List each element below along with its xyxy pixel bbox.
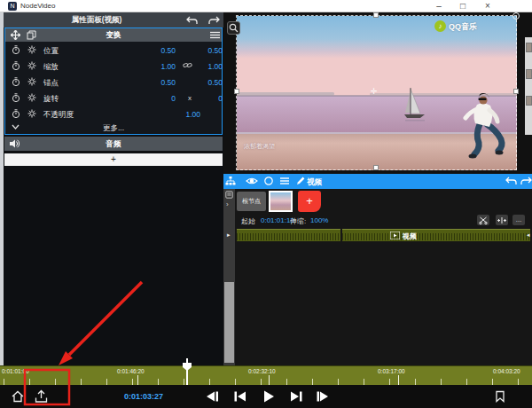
skip-to-start-button[interactable] bbox=[232, 389, 248, 404]
circle-icon[interactable] bbox=[263, 176, 274, 186]
redo-icon[interactable] bbox=[207, 15, 220, 26]
position-x-value[interactable]: 0.50 bbox=[138, 46, 176, 55]
keyframe-stopwatch-icon[interactable] bbox=[12, 109, 20, 119]
video-clip-icon bbox=[390, 231, 400, 239]
zoom-preview-button[interactable] bbox=[227, 21, 240, 35]
close-button[interactable]: × bbox=[478, 0, 497, 12]
position-y-value[interactable]: 0.50 bbox=[185, 46, 223, 55]
scale-x-value[interactable]: 1.00 bbox=[138, 62, 176, 71]
transform-row-scale[interactable]: 缩放 1.00 1.00 bbox=[5, 58, 222, 74]
cut-scissors-icon[interactable] bbox=[477, 215, 489, 225]
title-bar: N NodeVideo – □ × bbox=[0, 0, 532, 12]
minimize-button[interactable]: – bbox=[429, 0, 449, 12]
export-button[interactable] bbox=[34, 389, 49, 404]
maximize-button[interactable]: □ bbox=[453, 0, 473, 12]
redo-icon[interactable] bbox=[520, 176, 532, 186]
transform-group-header[interactable]: 变换 bbox=[5, 28, 222, 42]
more-properties-row[interactable]: 更多... bbox=[5, 122, 222, 134]
step-backward-button[interactable] bbox=[204, 389, 220, 404]
anchor-x-value[interactable]: 0.50 bbox=[138, 78, 176, 87]
properties-panel-title: 属性面板(视频) bbox=[4, 15, 190, 26]
clip-thumbnail[interactable] bbox=[269, 191, 293, 212]
timeline-track: ▸ 视频 ◂ bbox=[223, 229, 532, 242]
home-button[interactable] bbox=[11, 389, 25, 404]
skip-to-end-button[interactable] bbox=[288, 389, 304, 404]
undo-icon[interactable] bbox=[505, 176, 518, 186]
rotation-handle[interactable] bbox=[512, 12, 520, 20]
edit-pencil-icon[interactable] bbox=[295, 176, 306, 186]
timeline-ruler[interactable]: 0:01:01:00 0:01:46:20 0:02:32:10 0:03:17… bbox=[0, 365, 532, 385]
eye-icon[interactable] bbox=[246, 176, 258, 186]
ruler-timestamp: 0:01:46:20 bbox=[117, 368, 145, 374]
playhead[interactable] bbox=[186, 358, 188, 385]
clip-info-row: 起始 0:01:01:13 伸缩: 100% … bbox=[223, 213, 532, 227]
audio-label: 音频 bbox=[4, 139, 223, 150]
bottom-toolbar: 0:01:03:27 ? bbox=[0, 385, 532, 408]
transform-row-anchor[interactable]: 锚点 0.50 0.50 bbox=[5, 74, 222, 90]
timeline-tab-label[interactable]: 视频 bbox=[307, 177, 322, 188]
scale-y-value[interactable]: 1.00 bbox=[185, 62, 223, 71]
list-panel-icon[interactable] bbox=[225, 191, 233, 199]
add-clip-button[interactable]: + bbox=[298, 191, 321, 212]
ruler-ticks bbox=[0, 379, 532, 385]
bookmark-button[interactable] bbox=[493, 389, 507, 404]
keyframe-stopwatch-icon[interactable] bbox=[12, 93, 20, 103]
gear-icon[interactable] bbox=[27, 77, 36, 86]
stretch-value[interactable]: 100% bbox=[310, 216, 328, 224]
audio-video-clip-1[interactable] bbox=[237, 229, 340, 241]
audio-section-header[interactable]: 音频 bbox=[4, 137, 223, 151]
current-time: 0:01:03:27 bbox=[115, 392, 172, 401]
selection-handle-top[interactable] bbox=[373, 12, 379, 18]
chevron-right-icon[interactable]: › bbox=[226, 200, 229, 208]
transform-row-position[interactable]: 位置 0.50 0.50 bbox=[5, 42, 222, 58]
transform-title: 变换 bbox=[5, 30, 222, 41]
keyframe-stopwatch-icon[interactable] bbox=[12, 77, 20, 87]
transform-group: 变换 位置 0.50 0.50 缩放 1.00 1.00 锚点 0. bbox=[4, 27, 223, 135]
rotation-count-value[interactable]: 0 bbox=[138, 94, 176, 103]
row-label: 锚点 bbox=[43, 78, 59, 89]
transform-row-opacity[interactable]: 不透明度 1.00 bbox=[5, 106, 222, 122]
menu-icon[interactable] bbox=[210, 31, 220, 39]
node-tree-icon[interactable] bbox=[225, 176, 236, 186]
ruler-timestamp: 0:04:03:20 bbox=[493, 368, 520, 374]
menu-icon[interactable] bbox=[279, 176, 290, 186]
waveform bbox=[342, 233, 530, 240]
track-scroll-left-icon[interactable]: ▸ bbox=[227, 231, 231, 239]
stretch-label: 伸缩: bbox=[290, 216, 306, 226]
keyframe-stopwatch-icon[interactable] bbox=[12, 61, 20, 71]
keyframe-stopwatch-icon[interactable] bbox=[12, 45, 20, 55]
track-scroll-right-icon[interactable]: ◂ bbox=[527, 231, 530, 239]
undo-icon[interactable] bbox=[186, 15, 199, 26]
timeline-header: 视频 bbox=[223, 174, 532, 189]
clipped-thumbnail bbox=[526, 69, 532, 79]
selection-handle-left[interactable] bbox=[234, 89, 239, 94]
app-logo-icon: N bbox=[8, 2, 17, 11]
ruler-timestamp: 0:02:32:10 bbox=[248, 368, 276, 374]
waveform bbox=[237, 233, 340, 240]
more-label: 更多... bbox=[5, 123, 222, 134]
more-options-icon[interactable]: … bbox=[512, 215, 525, 225]
ruler-major-tick bbox=[269, 375, 270, 385]
opacity-value[interactable]: 1.00 bbox=[163, 110, 200, 119]
anchor-y-value[interactable]: 0.50 bbox=[185, 78, 223, 87]
gear-icon[interactable] bbox=[27, 45, 36, 54]
vertical-scrollbar[interactable] bbox=[224, 282, 234, 363]
clipped-side-panel bbox=[525, 37, 532, 135]
add-property-button[interactable]: + bbox=[4, 153, 223, 166]
app-title: NodeVideo bbox=[20, 2, 55, 10]
root-node-button[interactable]: 根节点 bbox=[237, 192, 266, 211]
rotation-degree-value[interactable]: 0 bbox=[185, 94, 223, 103]
step-forward-button[interactable] bbox=[315, 389, 331, 404]
row-label: 旋转 bbox=[43, 94, 59, 105]
center-anchor-icon[interactable]: ✛ bbox=[371, 87, 378, 96]
trim-icon[interactable] bbox=[496, 215, 508, 225]
gear-icon[interactable] bbox=[27, 93, 36, 102]
properties-panel-header: 属性面板(视频) bbox=[4, 12, 223, 27]
transform-row-rotation[interactable]: 旋转 0 x 0 bbox=[5, 90, 222, 106]
gear-icon[interactable] bbox=[27, 61, 36, 70]
selection-handle-right[interactable] bbox=[513, 89, 519, 94]
selection-handle-bottom[interactable] bbox=[373, 165, 379, 170]
gear-icon[interactable] bbox=[27, 109, 36, 118]
play-button[interactable] bbox=[261, 389, 277, 404]
audio-video-clip-2[interactable]: 视频 bbox=[342, 229, 530, 241]
